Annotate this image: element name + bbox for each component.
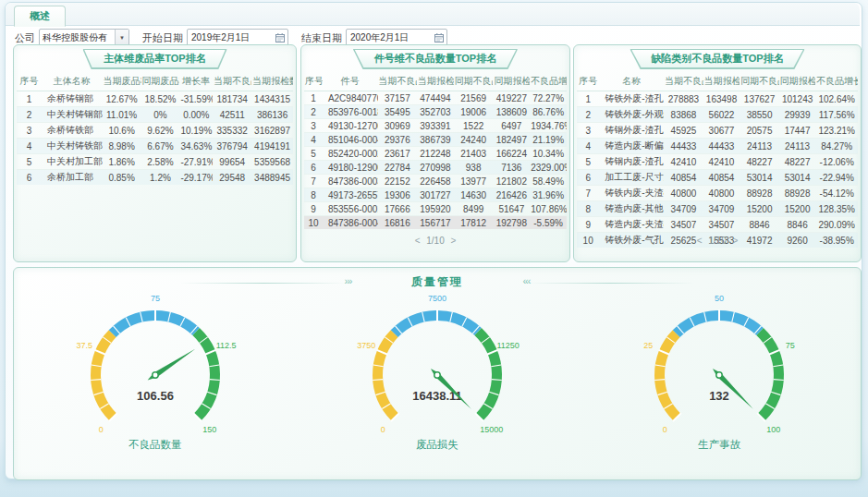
data-cell: 铸造内废-其他 (599, 201, 664, 217)
data-cell: 156717 (417, 216, 454, 230)
table-row[interactable]: 1A2C98407701371574744942156941922772.27% (304, 91, 567, 105)
table-row[interactable]: 9853556-000117666195920849951647107.86% (304, 202, 567, 216)
data-cell: 10.6% (103, 123, 141, 139)
table-row[interactable]: 9铸造内废-夹渣砂345073450788468846290.09% (577, 217, 858, 233)
gauge-tick-label: 150 (202, 425, 216, 434)
data-cell: 847386-0003 (323, 175, 378, 188)
prev-page-button[interactable]: < (693, 236, 706, 246)
table-row[interactable]: 2铸铁外废-外观缺陷83868560223855029939117.56% (577, 107, 858, 123)
subject-scrap-rate-table: 序号主体名称当期废品率同期废品率增长率当期不良品数当期报检数1余桥铸钢部12.6… (17, 71, 293, 185)
table-row[interactable]: 3余桥铸铁部10.6%9.62%10.19%3353323162897 (17, 123, 293, 139)
data-cell: 853556-0001 (323, 202, 378, 216)
data-cell: 10.34% (530, 147, 567, 161)
data-cell: 1522 (454, 119, 494, 133)
table-row[interactable]: 6加工工废-尺寸超差40854408545301453014-22.94% (577, 170, 858, 186)
data-cell: 13977 (454, 175, 494, 188)
data-cell: 6.67% (141, 139, 180, 154)
table-row[interactable]: 5铸钢内废-渣孔42410424104822748227-12.06% (577, 154, 858, 170)
data-cell: 181734 (213, 91, 251, 107)
end-date-label: 结束日期 (301, 31, 342, 45)
column-header: 当期报检数 (417, 71, 454, 91)
row-index-cell: 10 (304, 216, 323, 230)
column-header: 同期不良品数 (740, 71, 779, 91)
data-cell: 19006 (454, 105, 494, 119)
data-cell: 474494 (417, 91, 454, 105)
table-header-row: 序号件号当期不良品数当期报检数同期不良品数同期报检数不良品增长率 (304, 71, 567, 91)
data-cell: 15200 (779, 201, 816, 217)
table-row[interactable]: 2853976-0018354953527031900613860986.76% (304, 105, 567, 119)
data-cell: 44433 (664, 139, 703, 154)
data-cell: 7136 (493, 161, 530, 175)
data-cell: 0.00% (179, 107, 213, 123)
start-date-value: 2019年2月1日 (188, 31, 273, 44)
prev-page-button[interactable]: < (411, 236, 424, 246)
row-index-cell: 6 (577, 170, 599, 186)
data-cell: -22.94% (815, 170, 858, 186)
table-row[interactable]: 6余桥加工部0.85%1.2%-29.17%295483488945 (17, 170, 293, 186)
table-row[interactable]: 7铸铁内废-夹渣砂40800408008892888928-54.12% (577, 186, 858, 201)
table-row[interactable]: 4中关村铸铁部8.98%6.67%34.63%3767944194191 (17, 139, 293, 154)
panel-quality-management: ››› 质量管理 ‹‹‹ 037.575112.5150106.56 不良品数量… (13, 267, 862, 480)
data-cell: 42410 (703, 154, 740, 170)
panel-title: 缺陷类别不良品数量TOP排名 (630, 50, 803, 68)
calendar-icon[interactable] (273, 32, 287, 43)
table-row[interactable]: 5852420-0002236172122482140316622410.34% (304, 147, 567, 161)
table-row[interactable]: 649180-129002278427099893871362329.00% (304, 161, 567, 175)
gauge-tick-label: 50 (715, 296, 724, 303)
gauge-tick-label: 112.5 (215, 341, 236, 350)
gauge-tick-label: 0 (98, 425, 103, 434)
data-cell: 24240 (454, 133, 494, 147)
table-row[interactable]: 349130-1270030969393391152264971934.76% (304, 119, 567, 133)
data-cell: 88928 (779, 186, 816, 201)
column-header: 序号 (17, 71, 42, 91)
panel-title-banner: 件号维不良品数量TOP排名 (353, 49, 518, 69)
calendar-icon[interactable] (432, 32, 446, 43)
table-row[interactable]: 1铸铁外废-渣孔278883163498137627101243102.64% (577, 91, 858, 107)
table-row[interactable]: 1余桥铸钢部12.67%18.52%-31.59%1817341434315 (17, 91, 293, 107)
next-page-button[interactable]: > (729, 236, 742, 246)
data-cell: -31.59% (179, 91, 213, 107)
table-row[interactable]: 4851046-0004293763867392424018249721.19% (304, 133, 567, 147)
data-cell: 99654 (213, 154, 251, 170)
gauge-cell-production-accidents: 0255075100132 生产事故 (581, 296, 858, 452)
data-cell: 15200 (740, 201, 779, 217)
gauge-row: 037.575112.5150106.56 不良品数量 037507500112… (14, 296, 861, 476)
data-cell: 393391 (417, 119, 454, 133)
gauge-tick-label: 11250 (496, 341, 519, 350)
table-row[interactable]: 3铸钢外废-渣孔45925306772057517447123.21% (577, 123, 858, 139)
data-cell: 40854 (703, 170, 740, 186)
data-cell: 20575 (740, 123, 779, 139)
data-cell: 17447 (779, 123, 816, 139)
data-cell: 386739 (417, 133, 454, 147)
data-cell: 30969 (378, 119, 418, 133)
next-page-button[interactable]: > (447, 236, 460, 246)
decorative-chevrons-right: ‹‹‹ (522, 275, 530, 286)
tab-overview[interactable]: 概述 (14, 6, 66, 27)
column-header: 序号 (577, 71, 599, 91)
table-row[interactable]: 849173-26557193063017271463021642631.96% (304, 188, 567, 202)
table-row[interactable]: 8铸造内废-其他34709347091520015200128.35% (577, 201, 858, 217)
table-row[interactable]: 5中关村加工部1.86%2.58%-27.91%996545359568 (17, 154, 293, 170)
table-row[interactable]: 10847386-00041681615671717812192798-5.59… (304, 216, 567, 230)
data-cell: 24113 (779, 139, 816, 154)
column-header: 当期不良品数 (213, 71, 251, 91)
panel-title: 件号维不良品数量TOP排名 (354, 50, 517, 68)
data-cell: 42511 (213, 107, 251, 123)
row-index-cell: 5 (577, 154, 599, 170)
data-cell: 852420-0002 (323, 147, 378, 161)
column-header: 同期不良品数 (454, 71, 494, 91)
quality-section-header: ››› 质量管理 ‹‹‹ (14, 273, 861, 291)
data-cell: 中关村铸钢部 (42, 107, 103, 123)
data-cell: 19306 (378, 188, 418, 202)
data-cell: 53014 (740, 170, 779, 186)
data-cell: 2329.00% (530, 161, 567, 175)
data-cell: 48227 (740, 154, 779, 170)
data-cell: 101243 (779, 91, 816, 107)
table-row[interactable]: 4铸造内废-断偏芯4443344433241132411384.27% (577, 139, 858, 154)
data-cell: 938 (454, 161, 494, 175)
gauge-tick-label: 25 (644, 341, 654, 350)
table-row[interactable]: 7847386-0003221522264581397712180258.49% (304, 175, 567, 188)
data-cell: -27.91% (179, 154, 213, 170)
data-cell: 48227 (779, 154, 816, 170)
table-row[interactable]: 2中关村铸钢部11.01%0%0.00%42511386136 (17, 107, 293, 123)
